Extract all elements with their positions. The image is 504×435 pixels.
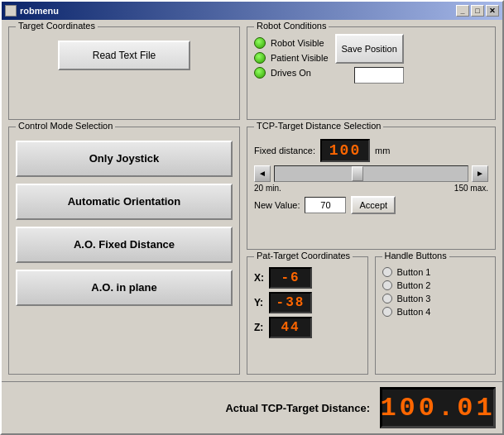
button1-radio[interactable] — [382, 267, 392, 277]
control-mode-group: Control Mode Selection Only Joystick Aut… — [8, 127, 240, 375]
patient-visible-item: Patient Visible — [254, 52, 329, 64]
fixed-distance-display: 100 — [320, 139, 370, 162]
actual-distance-display: 100.01 — [380, 387, 496, 428]
drives-on-light — [254, 67, 266, 79]
window-icon — [5, 5, 17, 17]
x-label: X: — [254, 272, 264, 284]
range-min-label: 20 min. — [254, 184, 281, 193]
robot-conditions-label: Robot Conditions — [254, 21, 329, 31]
window: robmenu _ □ ✕ Target Coordinates Read Te… — [0, 0, 504, 435]
button3-item: Button 3 — [382, 294, 489, 304]
title-buttons: _ □ ✕ — [456, 5, 499, 17]
ao-fixed-distance-button[interactable]: A.O. Fixed Distance — [16, 227, 233, 263]
accept-button[interactable]: Accept — [351, 196, 396, 214]
patient-visible-label: Patient Visible — [271, 53, 329, 63]
robot-visible-item: Robot Visible — [254, 37, 329, 49]
title-text: robmenu — [5, 5, 59, 17]
handle-buttons-group: Handle Buttons Button 1 Button 2 Button … — [375, 256, 497, 375]
button2-radio[interactable] — [382, 280, 392, 290]
slider-row: ◄ ► — [254, 165, 488, 182]
button1-label: Button 1 — [397, 267, 431, 277]
button2-item: Button 2 — [382, 280, 489, 290]
close-button[interactable]: ✕ — [486, 5, 499, 17]
new-value-label: New Value: — [254, 200, 300, 210]
pat-target-coords-group: Pat-Target Coordinates X: -6 Y: -38 Z: 4… — [247, 256, 368, 375]
robot-conditions-group: Robot Conditions Robot Visible Patient V… — [247, 26, 496, 120]
y-label: Y: — [254, 297, 264, 308]
range-labels: 20 min. 150 max. — [254, 184, 488, 193]
z-coord-row: Z: 44 — [254, 317, 361, 338]
range-max-label: 150 max. — [454, 184, 488, 193]
ao-in-plane-button[interactable]: A.O. in plane — [16, 270, 233, 306]
new-value-row: New Value: Accept — [254, 196, 488, 214]
z-display: 44 — [269, 317, 312, 338]
window-title: robmenu — [20, 6, 59, 16]
control-mode-label: Control Mode Selection — [16, 121, 115, 131]
x-display: -6 — [269, 267, 312, 289]
save-position-area: Save Position — [335, 34, 404, 84]
rc-checks: Robot Visible Patient Visible Drives On — [254, 37, 329, 84]
unit-label: mm — [375, 146, 390, 155]
slider-track[interactable] — [274, 165, 468, 182]
fixed-distance-label: Fixed distance: — [254, 146, 315, 155]
slider-right-button[interactable]: ► — [472, 165, 488, 182]
button4-radio[interactable] — [382, 307, 392, 317]
bottom-bar: Actual TCP-Target Distance: 100.01 — [2, 381, 502, 433]
new-value-input[interactable] — [305, 197, 346, 213]
robot-visible-light — [254, 37, 266, 49]
button4-label: Button 4 — [397, 307, 431, 317]
target-coords-label: Target Coordinates — [16, 21, 98, 31]
content-area: Target Coordinates Read Text File Robot … — [2, 20, 502, 381]
target-coordinates-group: Target Coordinates Read Text File — [8, 26, 240, 120]
handle-buttons-label: Handle Buttons — [382, 251, 449, 261]
drives-on-label: Drives On — [271, 68, 311, 78]
only-joystick-button[interactable]: Only Joystick — [16, 141, 233, 177]
minimize-button[interactable]: _ — [456, 5, 469, 17]
save-position-button[interactable]: Save Position — [335, 34, 404, 64]
button2-label: Button 2 — [397, 280, 431, 290]
pat-target-area: Pat-Target Coordinates X: -6 Y: -38 Z: 4… — [247, 256, 496, 375]
z-label: Z: — [254, 322, 264, 333]
slider-thumb[interactable] — [352, 166, 363, 181]
read-text-file-button[interactable]: Read Text File — [58, 41, 190, 70]
patient-visible-light — [254, 52, 266, 64]
slider-left-button[interactable]: ◄ — [254, 165, 271, 182]
tcp-distance-group: TCP-Target Distance Selection Fixed dist… — [247, 127, 496, 251]
title-bar: robmenu _ □ ✕ — [2, 2, 502, 20]
drives-on-item: Drives On — [254, 67, 329, 79]
actual-distance-label: Actual TCP-Target Distance: — [225, 402, 370, 414]
save-position-input[interactable] — [354, 67, 404, 84]
fixed-distance-row: Fixed distance: 100 mm — [254, 139, 488, 162]
pat-target-label: Pat-Target Coordinates — [254, 251, 353, 261]
button3-label: Button 3 — [397, 294, 431, 304]
button3-radio[interactable] — [382, 294, 392, 304]
rc-inner: Robot Visible Patient Visible Drives On … — [254, 34, 492, 84]
y-display: -38 — [269, 292, 312, 313]
control-buttons: Only Joystick Automatic Orientation A.O.… — [16, 141, 233, 306]
maximize-button[interactable]: □ — [471, 5, 484, 17]
tcp-distance-label: TCP-Target Distance Selection — [254, 121, 383, 131]
button1-item: Button 1 — [382, 267, 489, 277]
button4-item: Button 4 — [382, 307, 489, 317]
automatic-orientation-button[interactable]: Automatic Orientation — [16, 184, 233, 220]
x-coord-row: X: -6 — [254, 267, 361, 289]
y-coord-row: Y: -38 — [254, 292, 361, 313]
robot-visible-label: Robot Visible — [271, 38, 324, 48]
